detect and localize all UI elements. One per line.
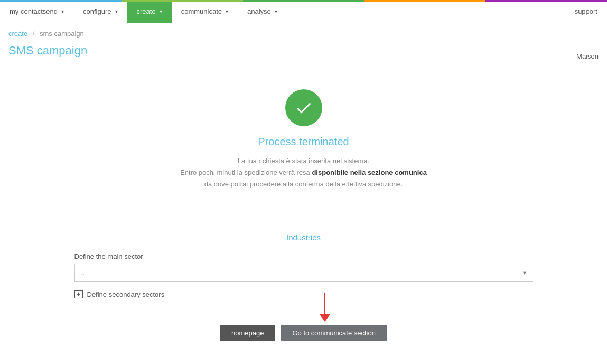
red-arrow xyxy=(320,293,330,322)
process-line2-bold: disponibile nella sezione comunica xyxy=(312,169,426,176)
homepage-button[interactable]: homepage xyxy=(220,325,275,341)
process-line3: da dove potrai procedere alla conferma d… xyxy=(180,179,427,190)
arrow-container xyxy=(320,293,330,322)
process-line2: Entro pochi minuti la spedizione verrà r… xyxy=(180,167,427,179)
industries-section: Industries Define the main sector ... + … xyxy=(74,222,533,362)
support-label: support xyxy=(575,7,597,15)
arrow-head xyxy=(320,314,330,322)
nav-label: my contactsend xyxy=(10,7,58,15)
caret-icon: ▾ xyxy=(115,8,118,14)
nav-item-create[interactable]: create ▾ xyxy=(127,0,172,23)
breadcrumb-current: sms campaign xyxy=(40,30,84,38)
breadcrumb-create-link[interactable]: create xyxy=(8,30,27,38)
user-area: Maison xyxy=(576,52,599,60)
communicate-button[interactable]: Go to communicate section xyxy=(281,325,387,341)
process-description: La tua richiesta è stata inserita nel si… xyxy=(180,155,427,190)
plus-icon: + xyxy=(74,290,83,298)
main-sector-group: Define the main sector ... xyxy=(74,253,533,282)
username: Maison xyxy=(576,52,599,60)
main-sector-select-wrapper: ... xyxy=(74,264,533,282)
nav-item-my-contactsend[interactable]: my contactsend ▾ xyxy=(0,0,73,23)
breadcrumb-separator: / xyxy=(33,30,35,38)
nav-item-communicate[interactable]: communicate ▾ xyxy=(172,0,238,23)
industries-title: Industries xyxy=(74,233,533,242)
nav-label: create xyxy=(137,7,156,15)
page-title: SMS campaign xyxy=(0,40,607,68)
button-row: homepage Go to communicate section xyxy=(74,314,533,362)
checkmark-icon xyxy=(294,98,313,117)
main-sector-label: Define the main sector xyxy=(74,253,533,260)
process-line2-pre: Entro pochi minuti la spedizione verrà r… xyxy=(180,169,312,176)
success-icon xyxy=(285,89,322,126)
main-sector-select[interactable]: ... xyxy=(74,264,533,282)
main-content: Process terminated La tua richiesta è st… xyxy=(66,68,541,364)
success-area: Process terminated La tua richiesta è st… xyxy=(74,79,533,206)
caret-icon: ▾ xyxy=(61,8,64,14)
caret-icon: ▾ xyxy=(226,8,228,14)
nav-item-configure[interactable]: configure ▾ xyxy=(73,0,127,23)
nav-support[interactable]: support xyxy=(565,0,607,23)
process-line1: La tua richiesta è stata inserita nel si… xyxy=(180,155,427,167)
breadcrumb: create / sms campaign xyxy=(0,23,607,40)
secondary-sectors-label: Define secondary sectors xyxy=(87,291,165,298)
caret-icon: ▾ xyxy=(275,8,277,14)
nav-label: analyse xyxy=(247,7,271,15)
caret-icon: ▾ xyxy=(160,8,162,14)
nav-label: communicate xyxy=(181,7,222,15)
nav-item-analyse[interactable]: analyse ▾ xyxy=(238,0,287,23)
process-title: Process terminated xyxy=(258,136,349,148)
nav-bar: my contactsend ▾ configure ▾ create ▾ co… xyxy=(0,0,607,23)
secondary-sectors-toggle[interactable]: + Define secondary sectors xyxy=(74,290,533,298)
arrow-shaft xyxy=(324,293,325,314)
nav-label: configure xyxy=(83,7,111,15)
